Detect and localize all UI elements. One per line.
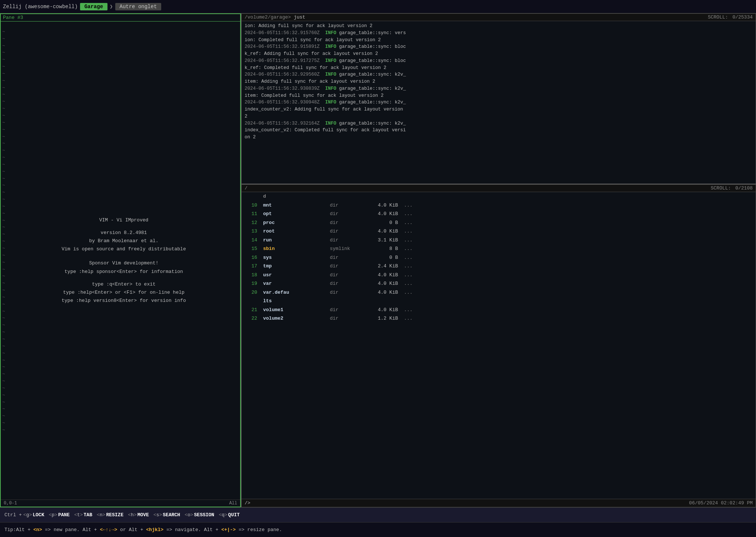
vim-status-mode: All: [229, 501, 237, 506]
tip-part: <+|->: [221, 527, 236, 533]
pane-files-scroll: SCROLL: 0/2108: [711, 185, 753, 191]
pane-log-content[interactable]: ion: Adding full sync for ack layout ver…: [242, 21, 756, 184]
keybinding-tab: <t>TAB: [74, 512, 94, 518]
log-line: 2024-06-05T11:56:32.915760Z INFO garage_…: [245, 30, 753, 37]
log-line: index_counter_v2: Completed full sync fo…: [245, 127, 753, 134]
vim-status-position: 0,0-1: [4, 501, 17, 506]
pane-files-content[interactable]: d 10 mnt dir 4.0 KiB ... 11 opt dir 4.0 …: [242, 192, 756, 499]
file-header-row: d: [242, 192, 756, 201]
pane-log-path: /volume2/garage> just: [245, 14, 305, 20]
tip-part: <n>: [33, 527, 42, 533]
table-row: 21 volume1 dir 4.0 KiB ...: [242, 306, 756, 314]
table-row: 15 sbin symlink 8 B ...: [242, 244, 756, 253]
vim-cursor-line: [2, 22, 7, 29]
log-line: k_ref: Completed full sync for ack layou…: [245, 65, 753, 72]
files-datetime: 06/05/2024 02:02:49 PM: [689, 500, 753, 506]
tip-part: <hjkl>: [146, 527, 163, 533]
table-row: 17 tmp dir 2.4 KiB ...: [242, 262, 756, 271]
vim-license-line: Vim is open source and freely distributa…: [62, 245, 186, 253]
log-line: index_counter_v2: Adding full sync for a…: [245, 106, 753, 113]
tip-part: or Alt +: [117, 527, 146, 533]
ctrl-label: Ctrl +: [4, 512, 22, 518]
vim-help2: type :q<Enter> to exit: [62, 280, 186, 289]
table-row-cont: lts: [242, 297, 756, 306]
tip-part: <←↑↓→>: [100, 527, 117, 533]
log-line: 2: [245, 113, 753, 120]
vim-help1: type :help sponsor<Enter> for informatio…: [62, 268, 186, 276]
pane-right: /volume2/garage> just SCROLL: 0/25334 io…: [241, 13, 756, 507]
log-line: 2024-06-05T11:56:32.930839Z INFO garage_…: [245, 85, 753, 92]
files-prompt: />: [245, 500, 251, 506]
log-line: 2024-06-05T11:56:32.917275Z INFO garage_…: [245, 57, 753, 65]
log-line: 2024-06-05T11:56:32.915891Z INFO garage_…: [245, 43, 753, 50]
app-name: Zellij (awesome-cowbell): [3, 4, 78, 10]
table-row: 12 proc dir 0 B ...: [242, 218, 756, 227]
log-line: ion: Completed full sync for ack layout …: [245, 37, 753, 44]
table-row: 11 opt dir 4.0 KiB ...: [242, 210, 756, 218]
pane-files-path: /: [245, 185, 248, 191]
tip-bar: Tip: Alt + <n> => new pane. Alt + <←↑↓→>…: [0, 523, 756, 537]
log-line: on 2: [245, 134, 753, 141]
pane-vim[interactable]: Pane #3 ~ ~ ~ ~ ~ ~ ~ ~ ~ ~ ~ ~ ~ ~ ~ ~ …: [0, 13, 241, 507]
file-table: d 10 mnt dir 4.0 KiB ... 11 opt dir 4.0 …: [242, 192, 756, 323]
pane-files-header: / SCROLL: 0/2108: [242, 185, 756, 192]
tab-separator: ❯: [110, 3, 113, 10]
log-line: k_ref: Adding full sync for ack layout v…: [245, 50, 753, 57]
pane-log[interactable]: /volume2/garage> just SCROLL: 0/25334 io…: [241, 13, 756, 184]
keybinding-move: <h>MOVE: [128, 512, 151, 518]
main-area: Pane #3 ~ ~ ~ ~ ~ ~ ~ ~ ~ ~ ~ ~ ~ ~ ~ ~ …: [0, 13, 756, 507]
tab-garage[interactable]: Garage: [80, 3, 107, 10]
pane-log-scroll: SCROLL: 0/25334: [708, 14, 753, 20]
titlebar: Zellij (awesome-cowbell) Garage ❯ Autre …: [0, 0, 756, 13]
tip-parts: Alt + <n> => new pane. Alt + <←↑↓→> or A…: [16, 527, 282, 533]
vim-version-line: version 8.2.4981: [62, 229, 186, 237]
vim-splash: VIM - Vi IMproved version 8.2.4981 by Br…: [62, 216, 186, 305]
keybinding-pane: <p>PANE: [49, 512, 72, 518]
keybinding-quit: <q>QUIT: [219, 512, 242, 518]
pane-vim-body: ~ ~ ~ ~ ~ ~ ~ ~ ~ ~ ~ ~ ~ ~ ~ ~ ~ ~ ~ ~: [1, 22, 240, 500]
tip-part: => resize pane.: [236, 527, 282, 533]
vim-sponsor-header: Sponsor Vim development!: [62, 259, 186, 267]
vim-title-line: VIM - Vi IMproved: [62, 216, 186, 224]
pane-vim-title: Pane #3: [1, 14, 240, 22]
table-row: 16 sys dir 0 B ...: [242, 253, 756, 262]
bottombar: Ctrl + <g>LOCK<p>PANE<t>TAB<n>RESIZE<h>M…: [0, 507, 756, 537]
vim-splash-content: VIM - Vi IMproved version 8.2.4981 by Br…: [7, 22, 240, 500]
tip-prefix: Tip:: [4, 527, 16, 533]
pane-files[interactable]: / SCROLL: 0/2108 d 10 mnt dir 4.0 KiB ..…: [241, 184, 756, 507]
tab-autre-onglet[interactable]: Autre onglet: [115, 3, 162, 10]
tip-part: => navigate. Alt +: [163, 527, 221, 533]
table-row: 19 var dir 4.0 KiB ...: [242, 279, 756, 288]
keybinding-resize: <n>RESIZE: [97, 512, 126, 518]
vim-tilde-col: ~ ~ ~ ~ ~ ~ ~ ~ ~ ~ ~ ~ ~ ~ ~ ~ ~ ~ ~ ~: [1, 22, 7, 500]
log-line: item: Completed full sync for ack layout…: [245, 92, 753, 99]
tip-part: => new pane. Alt +: [42, 527, 100, 533]
vim-help4: type :help version8<Enter> for version i…: [62, 297, 186, 305]
keybinding-session: <o>SESSION: [185, 512, 216, 518]
vim-author-line: by Bram Moolenaar et al.: [62, 237, 186, 245]
keybindings-bar: Ctrl + <g>LOCK<p>PANE<t>TAB<n>RESIZE<h>M…: [0, 508, 756, 523]
pane-files-footer: /> 06/05/2024 02:02:49 PM: [242, 499, 756, 507]
log-line: ion: Adding full sync for ack layout ver…: [245, 23, 753, 30]
log-line: 2024-06-05T11:56:32.932164Z INFO garage_…: [245, 120, 753, 127]
table-row: 20 var.defau dir 4.0 KiB ...: [242, 288, 756, 297]
vim-help3: type :help<Enter> or <F1> for on-line he…: [62, 289, 186, 297]
table-row: 10 mnt dir 4.0 KiB ...: [242, 201, 756, 210]
vim-status-bar: 0,0-1 All: [1, 500, 240, 507]
table-row: 13 root dir 4.0 KiB ...: [242, 227, 756, 236]
table-row: 18 usr dir 4.0 KiB ...: [242, 271, 756, 280]
keybinding-items: <g>LOCK<p>PANE<t>TAB<n>RESIZE<h>MOVE<s>S…: [23, 512, 243, 518]
table-row: 22 volume2 dir 1.2 KiB ...: [242, 314, 756, 323]
pane-log-header: /volume2/garage> just SCROLL: 0/25334: [242, 14, 756, 21]
log-line: item: Adding full sync for ack layout ve…: [245, 78, 753, 85]
log-line: 2024-06-05T11:56:32.930948Z INFO garage_…: [245, 99, 753, 106]
table-row: 14 run dir 3.1 KiB ...: [242, 236, 756, 245]
keybinding-search: <s>SEARCH: [153, 512, 182, 518]
keybinding-lock: <g>LOCK: [23, 512, 47, 518]
log-line: 2024-06-05T11:56:32.929560Z INFO garage_…: [245, 71, 753, 78]
tip-part: Alt +: [16, 527, 33, 533]
